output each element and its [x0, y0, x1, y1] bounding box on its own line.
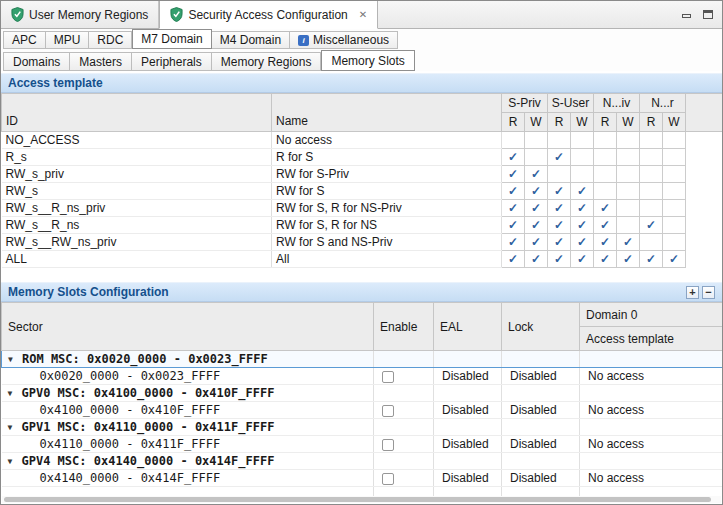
access-template-value[interactable]: No access	[580, 436, 723, 453]
access-checkbox-checked[interactable]: ✓	[548, 217, 571, 234]
memory-group-row[interactable]: ▼GPV4 MSC: 0x4140_0000 - 0x414F_FFFF	[2, 453, 723, 470]
access-checkbox-checked[interactable]: ✓	[525, 183, 548, 200]
eal-value[interactable]: Disabled	[434, 470, 502, 487]
access-checkbox-unchecked[interactable]	[663, 217, 686, 234]
column-header-w[interactable]: W	[571, 113, 594, 132]
eal-value[interactable]: Disabled	[434, 436, 502, 453]
column-group-ns-user[interactable]: N...r	[640, 94, 686, 113]
access-checkbox-checked[interactable]: ✓	[502, 183, 525, 200]
access-checkbox-checked[interactable]: ✓	[571, 234, 594, 251]
access-checkbox-checked[interactable]: ✓	[502, 234, 525, 251]
tab-masters[interactable]: Masters	[70, 52, 132, 71]
close-icon[interactable]: ✕	[359, 9, 367, 20]
access-checkbox-unchecked[interactable]	[571, 149, 594, 166]
access-template-value[interactable]: No access	[580, 402, 723, 419]
access-template-row[interactable]: R_sR for S✓✓	[2, 149, 723, 166]
memory-slot-row[interactable]: 0x0020_0000 - 0x0023_FFFFDisabledDisable…	[2, 368, 723, 385]
access-checkbox-unchecked[interactable]	[640, 200, 663, 217]
access-checkbox-unchecked[interactable]	[594, 166, 617, 183]
enable-checkbox[interactable]	[382, 405, 394, 417]
access-template-row[interactable]: ALLAll✓✓✓✓✓✓✓✓	[2, 251, 723, 268]
column-header-r[interactable]: R	[594, 113, 617, 132]
access-template-row[interactable]: NO_ACCESSNo access	[2, 132, 723, 149]
column-header-r[interactable]: R	[502, 113, 525, 132]
collapse-all-button[interactable]: −	[702, 286, 715, 299]
access-checkbox-unchecked[interactable]	[594, 183, 617, 200]
access-checkbox-checked[interactable]: ✓	[640, 217, 663, 234]
editor-tab-security-access-configuration[interactable]: Security Access Configuration✕	[159, 1, 378, 29]
access-checkbox-checked[interactable]: ✓	[571, 200, 594, 217]
access-checkbox-checked[interactable]: ✓	[571, 251, 594, 268]
access-checkbox-checked[interactable]: ✓	[525, 234, 548, 251]
access-checkbox-unchecked[interactable]	[571, 132, 594, 149]
column-header-lock[interactable]: Lock	[502, 303, 580, 351]
minimize-icon[interactable]	[681, 9, 693, 20]
access-template-row[interactable]: RW_sRW for S✓✓✓✓	[2, 183, 723, 200]
access-checkbox-unchecked[interactable]	[663, 234, 686, 251]
access-checkbox-unchecked[interactable]	[640, 166, 663, 183]
access-checkbox-unchecked[interactable]	[640, 234, 663, 251]
access-checkbox-unchecked[interactable]	[617, 183, 640, 200]
column-group-ns-priv[interactable]: N...iv	[594, 94, 640, 113]
access-checkbox-checked[interactable]: ✓	[571, 217, 594, 234]
maximize-icon[interactable]	[702, 9, 714, 20]
access-checkbox-checked[interactable]: ✓	[594, 200, 617, 217]
tab-peripherals[interactable]: Peripherals	[132, 52, 212, 71]
access-checkbox-unchecked[interactable]	[663, 132, 686, 149]
access-checkbox-checked[interactable]: ✓	[502, 200, 525, 217]
memory-group-row[interactable]: ▼GPV0 MSC: 0x4100_0000 - 0x410F_FFFF	[2, 385, 723, 402]
expander-icon[interactable]: ▼	[8, 355, 19, 364]
access-checkbox-unchecked[interactable]	[617, 217, 640, 234]
column-header-w[interactable]: W	[525, 113, 548, 132]
access-checkbox-unchecked[interactable]	[663, 183, 686, 200]
access-checkbox-unchecked[interactable]	[502, 132, 525, 149]
access-checkbox-unchecked[interactable]	[571, 166, 594, 183]
enable-checkbox[interactable]	[382, 439, 394, 451]
access-checkbox-checked[interactable]: ✓	[502, 251, 525, 268]
tab-memory-regions[interactable]: Memory Regions	[212, 52, 322, 71]
tab-memory-slots[interactable]: Memory Slots	[321, 50, 414, 71]
access-checkbox-unchecked[interactable]	[663, 200, 686, 217]
memory-group-row[interactable]: ▼GPV1 MSC: 0x4110_0000 - 0x411F_FFFF	[2, 419, 723, 436]
memory-slot-row[interactable]: 0x4140_0000 - 0x414F_FFFFDisabledDisable…	[2, 470, 723, 487]
editor-tab-user-memory-regions[interactable]: User Memory Regions	[1, 1, 159, 28]
access-checkbox-checked[interactable]: ✓	[548, 149, 571, 166]
column-header-w[interactable]: W	[617, 113, 640, 132]
access-checkbox-checked[interactable]: ✓	[640, 251, 663, 268]
expander-icon[interactable]: ▼	[8, 423, 19, 432]
lock-value[interactable]: Disabled	[502, 470, 580, 487]
access-checkbox-checked[interactable]: ✓	[525, 200, 548, 217]
access-template-row[interactable]: RW_s__R_nsRW for S, R for NS✓✓✓✓✓✓	[2, 217, 723, 234]
scrollbar-thumb[interactable]	[4, 497, 711, 502]
access-checkbox-unchecked[interactable]	[525, 149, 548, 166]
horizontal-scrollbar[interactable]	[2, 496, 721, 503]
column-group-s-priv[interactable]: S-Priv	[502, 94, 548, 113]
access-template-value[interactable]: No access	[580, 470, 723, 487]
access-checkbox-checked[interactable]: ✓	[525, 251, 548, 268]
tab-m4-domain[interactable]: M4 Domain	[212, 31, 290, 49]
access-checkbox-unchecked[interactable]	[617, 166, 640, 183]
access-checkbox-unchecked[interactable]	[617, 132, 640, 149]
eal-value[interactable]: Disabled	[434, 368, 502, 385]
lock-value[interactable]: Disabled	[502, 402, 580, 419]
access-checkbox-unchecked[interactable]	[663, 166, 686, 183]
access-checkbox-checked[interactable]: ✓	[502, 149, 525, 166]
tab-domains[interactable]: Domains	[3, 52, 70, 71]
access-checkbox-unchecked[interactable]	[617, 149, 640, 166]
access-checkbox-unchecked[interactable]	[640, 183, 663, 200]
access-checkbox-unchecked[interactable]	[617, 200, 640, 217]
column-header-sector[interactable]: Sector	[2, 303, 374, 351]
access-checkbox-checked[interactable]: ✓	[594, 251, 617, 268]
memory-slot-row[interactable]: 0x4100_0000 - 0x410F_FFFFDisabledDisable…	[2, 402, 723, 419]
access-template-row[interactable]: RW_s__RW_ns_privRW for S and NS-Priv✓✓✓✓…	[2, 234, 723, 251]
column-header-enable[interactable]: Enable	[374, 303, 434, 351]
tab-apc[interactable]: APC	[3, 31, 46, 49]
access-checkbox-checked[interactable]: ✓	[571, 183, 594, 200]
access-checkbox-checked[interactable]: ✓	[548, 183, 571, 200]
access-checkbox-unchecked[interactable]	[594, 149, 617, 166]
access-checkbox-unchecked[interactable]	[594, 132, 617, 149]
access-checkbox-checked[interactable]: ✓	[502, 166, 525, 183]
access-checkbox-checked[interactable]: ✓	[525, 217, 548, 234]
tab-miscellaneous[interactable]: iMiscellaneous	[290, 31, 398, 49]
access-checkbox-unchecked[interactable]	[640, 132, 663, 149]
